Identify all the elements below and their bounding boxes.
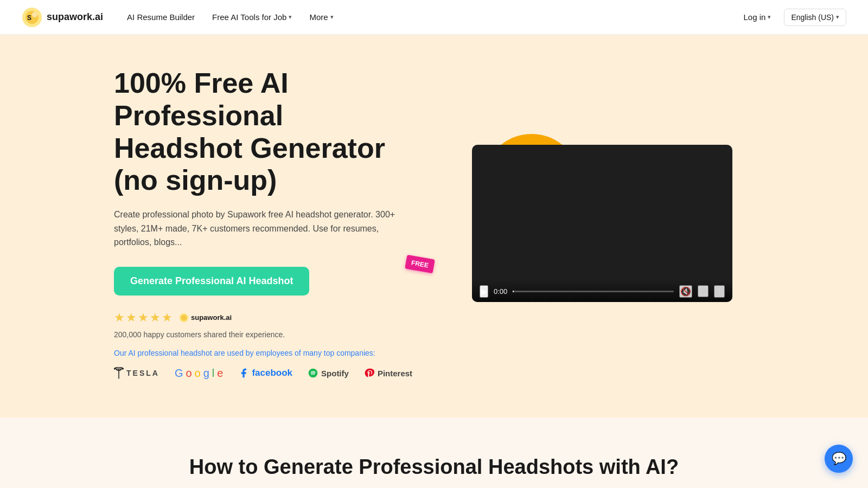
video-play-button[interactable]: ▶ <box>480 285 488 298</box>
more-chevron-icon: ▾ <box>330 14 334 21</box>
video-mute-button[interactable]: 🔇 <box>679 285 692 298</box>
how-section: How to Generate Professional Headshots w… <box>0 418 868 488</box>
logo[interactable]: S supawork.ai <box>22 7 103 28</box>
video-progress-bar[interactable] <box>513 291 674 292</box>
hero-section: 100% Free AI Professional Headshot Gener… <box>0 35 868 418</box>
login-chevron-icon: ▾ <box>768 14 771 21</box>
hero-video[interactable]: ▶ 0:00 🔇 ⛶ ⋮ <box>472 145 732 302</box>
used-by-text: Our AI professional headshot are used by… <box>114 349 418 357</box>
nav-right: Log in ▾ English (US) ▾ <box>737 8 846 26</box>
video-progress-fill <box>513 291 514 292</box>
navbar: S supawork.ai AI Resume Builder Free AI … <box>0 0 868 35</box>
video-more-button[interactable]: ⋮ <box>714 285 725 298</box>
facebook-logo: facebook <box>238 368 292 378</box>
spotify-logo: Spotify <box>308 368 349 378</box>
svg-point-2 <box>32 12 37 17</box>
hero-description: Create professional photo by Supawork fr… <box>114 208 418 249</box>
login-button[interactable]: Log in ▾ <box>737 8 778 26</box>
nav-resume-builder[interactable]: AI Resume Builder <box>120 8 201 26</box>
video-fullscreen-button[interactable]: ⛶ <box>698 285 709 297</box>
happy-customers-text: 200,000 happy customers shared their exp… <box>114 330 418 339</box>
hero-left: 100% Free AI Professional Headshot Gener… <box>114 67 418 380</box>
video-controls: ▶ 0:00 🔇 ⛶ ⋮ <box>472 280 732 302</box>
star-5: ★ <box>162 311 173 325</box>
svg-point-6 <box>309 369 318 378</box>
rating-logo-icon <box>179 313 189 323</box>
chat-button[interactable]: 💬 <box>825 445 853 473</box>
star-3: ★ <box>138 311 149 325</box>
nav-left: S supawork.ai AI Resume Builder Free AI … <box>22 7 340 28</box>
how-title: How to Generate Professional Headshots w… <box>22 455 846 479</box>
free-badge: FREE <box>405 255 435 274</box>
cta-button[interactable]: Generate Professional AI Headshot <box>114 267 309 296</box>
spotify-icon <box>308 368 318 378</box>
star-4: ★ <box>150 311 161 325</box>
svg-point-5 <box>181 314 187 320</box>
tesla-t-icon <box>114 367 124 379</box>
lang-chevron-icon: ▾ <box>836 14 839 21</box>
star-2: ★ <box>126 311 137 325</box>
star-rating: ★ ★ ★ ★ ★ <box>114 311 173 325</box>
google-logo: Google <box>175 367 224 380</box>
rating-row: ★ ★ ★ ★ ★ supawork.ai <box>114 311 418 325</box>
nav-free-tools[interactable]: Free AI Tools for Job ▾ <box>206 8 298 26</box>
company-logos: TESLA Google facebook Spotify Pinterest <box>114 367 418 380</box>
star-1: ★ <box>114 311 125 325</box>
nav-links: AI Resume Builder Free AI Tools for Job … <box>120 8 340 26</box>
video-time: 0:00 <box>494 287 507 296</box>
tesla-logo: TESLA <box>114 367 159 379</box>
language-selector[interactable]: English (US) ▾ <box>784 9 846 26</box>
logo-icon: S <box>22 7 42 28</box>
hero-right: ▶ 0:00 🔇 ⛶ ⋮ <box>450 145 754 302</box>
cta-wrapper: Generate Professional AI Headshot FREE <box>114 267 418 296</box>
svg-text:S: S <box>27 14 31 22</box>
logo-text: supawork.ai <box>47 11 103 23</box>
pinterest-logo: Pinterest <box>364 368 412 378</box>
pinterest-icon <box>364 368 375 378</box>
free-tools-chevron-icon: ▾ <box>289 14 292 21</box>
nav-more[interactable]: More ▾ <box>303 8 340 26</box>
hero-title: 100% Free AI Professional Headshot Gener… <box>114 67 418 197</box>
facebook-icon <box>238 368 249 378</box>
rating-logo: supawork.ai <box>179 313 232 323</box>
